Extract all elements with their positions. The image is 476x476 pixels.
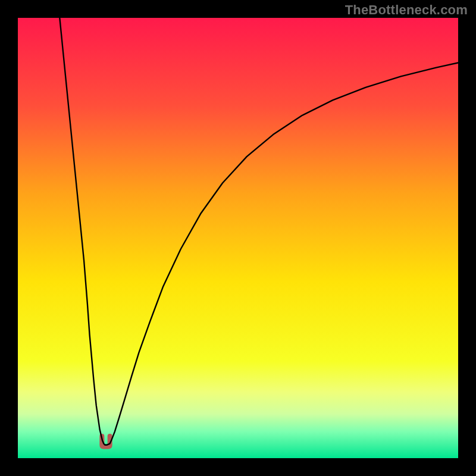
chart-background bbox=[18, 18, 458, 458]
chart-frame: TheBottleneck.com bbox=[0, 0, 476, 476]
watermark-text: TheBottleneck.com bbox=[345, 2, 468, 18]
chart-canvas bbox=[18, 18, 458, 458]
